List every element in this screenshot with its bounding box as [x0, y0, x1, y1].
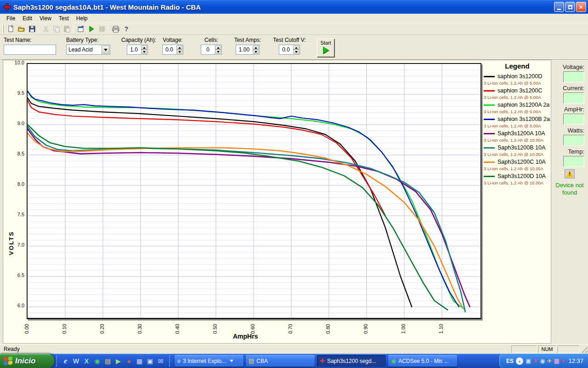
current-label: Current:: [563, 85, 584, 92]
menu-file[interactable]: File: [3, 14, 19, 23]
resize-grip[interactable]: [580, 345, 588, 353]
taskbar-button-cba[interactable]: ▤CBA: [246, 355, 315, 367]
group-dropdown-icon: [230, 360, 233, 362]
arrow-down-icon: [295, 51, 298, 53]
y-tick-8.5: 8.5: [8, 151, 24, 156]
chart-legend: Legend saphion 3s1200D3 Li-ion cells, 1.…: [484, 62, 551, 185]
battery-type-field: Battery Type:Lead Acid: [66, 37, 110, 55]
acdsee-icon: ◉: [391, 357, 396, 364]
spin-up-button[interactable]: [253, 46, 259, 50]
taskbar-button-3-internet-explo-[interactable]: e3 Internet Explo...: [175, 355, 243, 367]
spin-up-button[interactable]: [215, 46, 221, 50]
paste-icon: [62, 24, 72, 34]
voltage-field: Voltage:0.0: [159, 37, 187, 55]
menu-edit[interactable]: Edit: [19, 14, 36, 23]
start-test-icon[interactable]: [86, 24, 96, 34]
language-indicator[interactable]: ES: [506, 358, 514, 364]
my-computer-icon[interactable]: ▣: [146, 357, 154, 365]
curve-Saph3s1200B-10A: [28, 126, 465, 312]
quick-launch-bar: eWX◉▤▶●▦▣✉: [56, 356, 170, 367]
calculator-icon[interactable]: ▦: [136, 357, 143, 365]
toolbar-grip[interactable]: [2, 25, 4, 33]
legend-swatch: [484, 104, 495, 106]
combo-dropdown-button[interactable]: [102, 46, 109, 54]
x-tick-0.00: 0.00: [24, 324, 29, 339]
tray-collapse-button[interactable]: ‹: [516, 357, 523, 365]
cells-value: 0: [201, 45, 215, 54]
spin-up-button[interactable]: [293, 46, 299, 50]
voltage-readout: [563, 71, 584, 82]
status-cell-empty-1: [511, 345, 537, 353]
excel-icon[interactable]: X: [83, 357, 90, 365]
cells-label: Cells:: [198, 37, 224, 43]
word-icon[interactable]: W: [72, 357, 80, 365]
messenger-icon[interactable]: ✈: [547, 357, 552, 364]
media-player-icon[interactable]: ▶: [114, 357, 122, 365]
help-icon[interactable]: ?: [121, 24, 131, 34]
legend-description: 3 Li-ion cells, 1.2 Ah @ 5.00A: [484, 109, 551, 114]
battery-type-select[interactable]: Lead Acid: [66, 45, 110, 55]
network-icon[interactable]: ▣: [526, 357, 531, 364]
volume-icon[interactable]: ◉: [540, 357, 545, 364]
outlook-icon[interactable]: ✉: [157, 357, 164, 365]
spin-down-button[interactable]: [215, 50, 221, 54]
legend-name: saphion 3s1200D: [498, 73, 542, 80]
test-name-field: Test Name:: [4, 37, 63, 55]
spin-down-button[interactable]: [293, 50, 299, 54]
spin-down-button[interactable]: [253, 50, 259, 54]
capacity-spinner[interactable]: 1.0: [127, 45, 148, 55]
taskbar-button-label: 3 Internet Explo...: [183, 358, 226, 364]
cells-spinner[interactable]: 0: [201, 45, 222, 55]
x-axis-label: AmpHrs: [233, 333, 258, 340]
start-button[interactable]: Inicio: [0, 354, 54, 368]
acdsee-icon[interactable]: ◉: [93, 357, 101, 365]
warning-icon: !: [565, 169, 575, 178]
winamp-icon[interactable]: ●: [125, 357, 133, 365]
menu-view[interactable]: View: [36, 14, 55, 23]
folder-icon[interactable]: ▤: [104, 357, 112, 365]
taskbar-clock: 12:37: [568, 357, 583, 364]
x-tick-1.00: 1.00: [401, 324, 406, 339]
close-button[interactable]: ✕: [576, 2, 586, 12]
x-tick-0.20: 0.20: [99, 324, 105, 339]
open-file-icon[interactable]: [16, 24, 27, 34]
maximize-button[interactable]: [565, 2, 575, 12]
display-icon[interactable]: ▦: [554, 357, 560, 364]
voltage-spin-buttons: [176, 46, 182, 54]
legend-swatch: [484, 90, 495, 92]
start-test-button[interactable]: Start: [317, 39, 334, 57]
properties-icon[interactable]: [75, 24, 86, 34]
voltage-spinner[interactable]: 0.0: [162, 45, 183, 55]
spin-up-button[interactable]: [176, 46, 182, 50]
cba-application-window: Saph3s1200 segdas10A.bt1 - West Mountain…: [0, 0, 588, 368]
spin-down-button[interactable]: [176, 50, 182, 54]
arrow-down-icon: [217, 51, 220, 53]
test-name-input[interactable]: [4, 45, 56, 55]
taskbar-button-label: CBA: [256, 358, 268, 364]
test-cutoff-spinner[interactable]: 0.0: [279, 45, 300, 55]
legend-item: Saph3s1200A 10A: [484, 130, 551, 137]
svg-text:?: ?: [124, 25, 128, 33]
menu-help[interactable]: Help: [73, 14, 91, 23]
toolbar-separator: [39, 25, 39, 33]
cut-icon: [40, 24, 51, 34]
security-shield-icon[interactable]: ♦: [561, 357, 565, 364]
legend-item: saphion 3s1200D: [484, 73, 551, 80]
new-file-icon[interactable]: [6, 24, 16, 34]
chart-panel: 10.09.59.08.58.07.57.06.56.0 0.000.100.2…: [3, 60, 551, 344]
network-error-icon[interactable]: ✗: [533, 357, 538, 364]
taskbar-button-saph3s1200-segd-[interactable]: ✚Saph3s1200 segd...: [317, 355, 386, 367]
spin-down-button[interactable]: [141, 50, 147, 54]
spin-up-button[interactable]: [141, 46, 147, 50]
print-icon[interactable]: [110, 24, 121, 34]
menu-bar: FileEditViewTestHelp: [0, 14, 588, 23]
legend-description: 3 Li-ion cells, 1.2 Ah @ 10.00A: [484, 166, 551, 171]
menu-test[interactable]: Test: [55, 14, 73, 23]
x-tick-1.10: 1.10: [438, 324, 444, 339]
ie-icon[interactable]: e: [62, 357, 69, 365]
save-file-icon[interactable]: [27, 24, 37, 34]
test-amps-spinner[interactable]: 1.00: [236, 45, 260, 55]
minimize-button[interactable]: [554, 2, 564, 12]
y-tick-7.5: 7.5: [8, 212, 24, 217]
taskbar-button-acdsee-5-0-mis-[interactable]: ◉ACDSee 5.0 - Mis ...: [388, 355, 457, 367]
